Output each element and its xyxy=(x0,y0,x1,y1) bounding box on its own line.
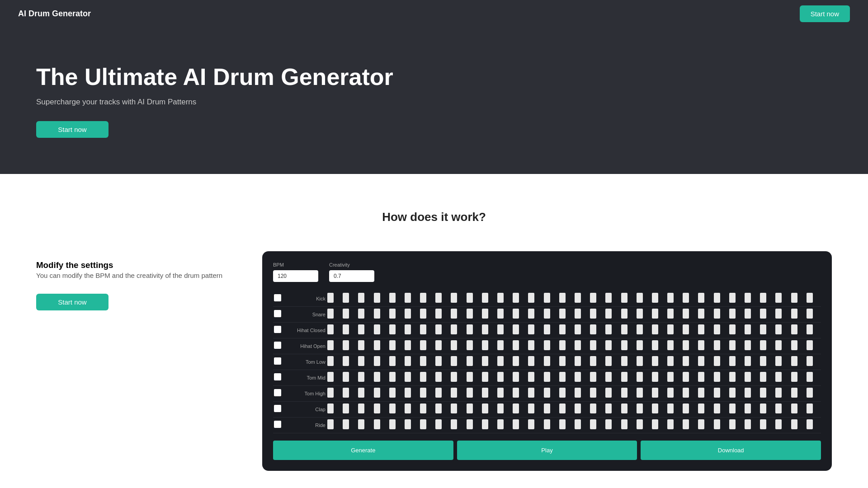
beat-button[interactable] xyxy=(775,356,782,366)
beat-button[interactable] xyxy=(775,419,782,429)
beat-button[interactable] xyxy=(575,309,581,319)
beat-button[interactable] xyxy=(791,324,797,334)
beat-button[interactable] xyxy=(451,309,457,319)
beat-button[interactable] xyxy=(420,340,426,350)
beat-button[interactable] xyxy=(667,419,674,429)
beat-button[interactable] xyxy=(559,419,566,429)
beat-button[interactable] xyxy=(775,293,782,303)
row-checkbox[interactable] xyxy=(274,357,281,365)
beat-button[interactable] xyxy=(389,404,396,413)
beat-button[interactable] xyxy=(745,388,751,398)
beat-button[interactable] xyxy=(405,388,411,398)
beat-button[interactable] xyxy=(513,356,519,366)
beat-button[interactable] xyxy=(807,324,813,334)
beat-button[interactable] xyxy=(605,419,612,429)
beat-button[interactable] xyxy=(714,293,720,303)
beat-button[interactable] xyxy=(559,293,566,303)
beat-button[interactable] xyxy=(559,404,566,413)
beat-button[interactable] xyxy=(605,340,612,350)
beat-button[interactable] xyxy=(683,404,689,413)
beat-button[interactable] xyxy=(528,388,534,398)
beat-button[interactable] xyxy=(343,356,349,366)
beat-button[interactable] xyxy=(745,356,751,366)
beat-button[interactable] xyxy=(605,388,612,398)
beat-button[interactable] xyxy=(343,293,349,303)
beat-button[interactable] xyxy=(435,340,442,350)
beat-button[interactable] xyxy=(513,340,519,350)
beat-button[interactable] xyxy=(544,293,550,303)
beat-button[interactable] xyxy=(575,372,581,382)
beat-button[interactable] xyxy=(807,340,813,350)
beat-button[interactable] xyxy=(714,340,720,350)
beat-button[interactable] xyxy=(420,372,426,382)
row-checkbox[interactable] xyxy=(274,326,281,333)
beat-button[interactable] xyxy=(745,309,751,319)
beat-button[interactable] xyxy=(482,324,488,334)
beat-button[interactable] xyxy=(467,293,473,303)
beat-button[interactable] xyxy=(698,324,704,334)
beat-button[interactable] xyxy=(637,309,643,319)
beat-button[interactable] xyxy=(621,356,627,366)
beat-button[interactable] xyxy=(590,404,596,413)
beat-button[interactable] xyxy=(389,293,396,303)
beat-button[interactable] xyxy=(497,419,504,429)
beat-button[interactable] xyxy=(621,309,627,319)
beat-button[interactable] xyxy=(497,324,504,334)
beat-button[interactable] xyxy=(698,372,704,382)
beat-button[interactable] xyxy=(374,309,380,319)
beat-button[interactable] xyxy=(590,309,596,319)
beat-button[interactable] xyxy=(729,419,736,429)
beat-button[interactable] xyxy=(343,324,349,334)
beat-button[interactable] xyxy=(374,388,380,398)
beat-button[interactable] xyxy=(621,340,627,350)
beat-button[interactable] xyxy=(544,419,550,429)
row-checkbox[interactable] xyxy=(274,373,281,380)
beat-button[interactable] xyxy=(729,372,736,382)
beat-button[interactable] xyxy=(760,324,766,334)
beat-button[interactable] xyxy=(807,419,813,429)
beat-button[interactable] xyxy=(420,419,426,429)
beat-button[interactable] xyxy=(791,356,797,366)
beat-button[interactable] xyxy=(467,388,473,398)
beat-button[interactable] xyxy=(791,372,797,382)
beat-button[interactable] xyxy=(667,372,674,382)
beat-button[interactable] xyxy=(791,340,797,350)
beat-button[interactable] xyxy=(327,404,334,413)
beat-button[interactable] xyxy=(513,419,519,429)
beat-button[interactable] xyxy=(575,293,581,303)
beat-button[interactable] xyxy=(513,372,519,382)
beat-button[interactable] xyxy=(791,404,797,413)
beat-button[interactable] xyxy=(807,388,813,398)
beat-button[interactable] xyxy=(575,404,581,413)
beat-button[interactable] xyxy=(559,324,566,334)
beat-button[interactable] xyxy=(729,324,736,334)
beat-button[interactable] xyxy=(745,419,751,429)
beat-button[interactable] xyxy=(559,309,566,319)
beat-button[interactable] xyxy=(435,372,442,382)
beat-button[interactable] xyxy=(513,404,519,413)
beat-button[interactable] xyxy=(374,404,380,413)
beat-button[interactable] xyxy=(714,309,720,319)
beat-button[interactable] xyxy=(714,372,720,382)
beat-button[interactable] xyxy=(652,404,658,413)
beat-button[interactable] xyxy=(698,309,704,319)
beat-button[interactable] xyxy=(775,372,782,382)
beat-button[interactable] xyxy=(374,324,380,334)
beat-button[interactable] xyxy=(435,356,442,366)
beat-button[interactable] xyxy=(405,293,411,303)
beat-button[interactable] xyxy=(467,340,473,350)
beat-button[interactable] xyxy=(451,404,457,413)
beat-button[interactable] xyxy=(745,324,751,334)
beat-button[interactable] xyxy=(482,356,488,366)
beat-button[interactable] xyxy=(807,293,813,303)
beat-button[interactable] xyxy=(497,309,504,319)
beat-button[interactable] xyxy=(667,340,674,350)
beat-button[interactable] xyxy=(544,388,550,398)
beat-button[interactable] xyxy=(358,372,364,382)
beat-button[interactable] xyxy=(590,388,596,398)
beat-button[interactable] xyxy=(374,372,380,382)
beat-button[interactable] xyxy=(327,388,334,398)
beat-button[interactable] xyxy=(791,419,797,429)
beat-button[interactable] xyxy=(575,340,581,350)
beat-button[interactable] xyxy=(637,356,643,366)
